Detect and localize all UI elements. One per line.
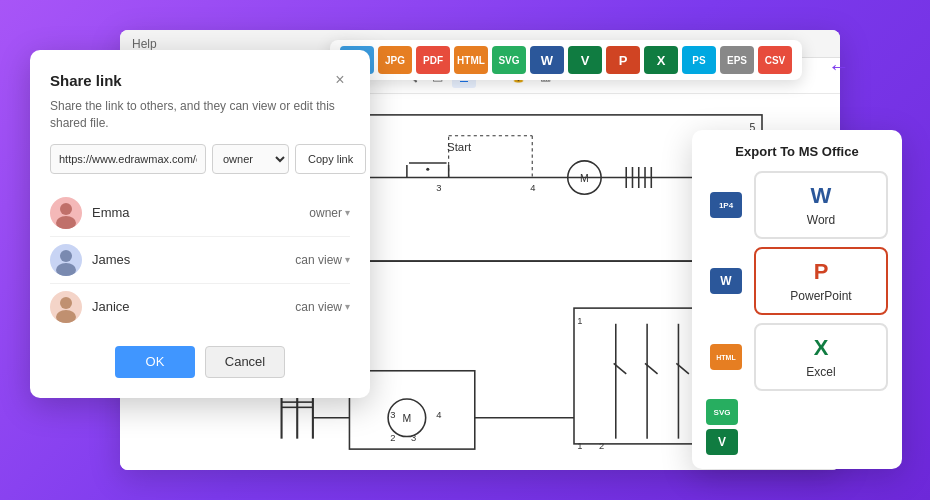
export-side-icon-v: V xyxy=(706,429,738,455)
user-name: Emma xyxy=(92,205,309,220)
arrow-indicator: ← xyxy=(828,54,850,80)
svg-button[interactable]: SVG xyxy=(492,46,526,74)
word-format-button[interactable]: W xyxy=(530,46,564,74)
export-side-icon-1p4: 1P4 xyxy=(710,192,742,218)
copy-link-button[interactable]: Copy link xyxy=(295,144,366,174)
dialog-title: Share link xyxy=(50,72,122,89)
pdf-button[interactable]: PDF xyxy=(416,46,450,74)
excel-label: Excel xyxy=(806,365,835,379)
role-select[interactable]: owner can view can edit xyxy=(212,144,289,174)
user-role-select[interactable]: can view ▾ xyxy=(295,253,350,267)
svg-text:3: 3 xyxy=(436,182,441,193)
svg-text:4: 4 xyxy=(436,409,441,420)
export-excel-card[interactable]: X Excel xyxy=(754,323,888,391)
csv-button[interactable]: CSV xyxy=(758,46,792,74)
avatar xyxy=(50,244,82,276)
export-title: Export To MS Office xyxy=(706,144,888,159)
user-role-select[interactable]: can view ▾ xyxy=(295,300,350,314)
user-row: Janice can view ▾ xyxy=(50,284,350,330)
svg-text:1: 1 xyxy=(577,440,582,451)
svg-text:4: 4 xyxy=(530,182,535,193)
excel-icon: X xyxy=(814,335,829,361)
svg-text:Start: Start xyxy=(447,141,472,153)
svg-text:3: 3 xyxy=(390,409,395,420)
chevron-down-icon: ▾ xyxy=(345,301,350,312)
cancel-button[interactable]: Cancel xyxy=(205,346,285,378)
svg-text:M: M xyxy=(403,413,412,424)
close-button[interactable]: × xyxy=(330,70,350,90)
svg-point-17 xyxy=(426,168,429,171)
role-label: can view xyxy=(295,300,342,314)
ps-button[interactable]: PS xyxy=(682,46,716,74)
user-role-select[interactable]: owner ▾ xyxy=(309,206,350,220)
chevron-down-icon: ▾ xyxy=(345,207,350,218)
user-name: Janice xyxy=(92,299,295,314)
svg-text:3: 3 xyxy=(411,432,416,443)
link-row: owner can view can edit Copy link xyxy=(50,144,350,174)
dialog-actions: OK Cancel xyxy=(50,346,350,378)
xlsx-button[interactable]: X xyxy=(644,46,678,74)
export-side-icon-w: W xyxy=(710,268,742,294)
user-row: James can view ▾ xyxy=(50,237,350,284)
role-label: owner xyxy=(309,206,342,220)
svg-text:M: M xyxy=(580,173,589,184)
svg-point-64 xyxy=(56,216,76,229)
export-powerpoint-card[interactable]: P PowerPoint xyxy=(754,247,888,315)
user-list: Emma owner ▾ James can view ▾ xyxy=(50,190,350,330)
role-label: can view xyxy=(295,253,342,267)
jpg-button[interactable]: JPG xyxy=(378,46,412,74)
share-dialog: Share link × Share the link to others, a… xyxy=(30,50,370,398)
svg-point-68 xyxy=(56,310,76,323)
avatar xyxy=(50,197,82,229)
export-panel: Export To MS Office 1P4 W Word W P Power… xyxy=(692,130,902,469)
word-icon: W xyxy=(811,183,832,209)
dialog-description: Share the link to others, and they can v… xyxy=(50,98,350,132)
user-row: Emma owner ▾ xyxy=(50,190,350,237)
svg-point-63 xyxy=(60,203,72,215)
powerpoint-icon: P xyxy=(814,259,829,285)
ok-button[interactable]: OK xyxy=(115,346,195,378)
vsdx-button[interactable]: V xyxy=(568,46,602,74)
svg-text:1: 1 xyxy=(577,315,582,326)
svg-point-67 xyxy=(60,297,72,309)
html-button[interactable]: HTML xyxy=(454,46,488,74)
dialog-header: Share link × xyxy=(50,70,350,90)
user-name: James xyxy=(92,252,295,267)
chevron-down-icon: ▾ xyxy=(345,254,350,265)
eps-button[interactable]: EPS xyxy=(720,46,754,74)
svg-text:2: 2 xyxy=(390,432,395,443)
avatar xyxy=(50,291,82,323)
export-side-icon-html: HTML xyxy=(710,344,742,370)
export-side-icon-svg: SVG xyxy=(706,399,738,425)
help-label: Help xyxy=(132,37,157,51)
ppt-button[interactable]: P xyxy=(606,46,640,74)
svg-point-66 xyxy=(56,263,76,276)
svg-point-65 xyxy=(60,250,72,262)
export-word-card[interactable]: W Word xyxy=(754,171,888,239)
format-toolbar: TIFF JPG PDF HTML SVG W V P X PS EPS CSV xyxy=(330,40,802,80)
svg-text:2: 2 xyxy=(599,440,604,451)
link-input[interactable] xyxy=(50,144,206,174)
word-label: Word xyxy=(807,213,835,227)
powerpoint-label: PowerPoint xyxy=(790,289,851,303)
